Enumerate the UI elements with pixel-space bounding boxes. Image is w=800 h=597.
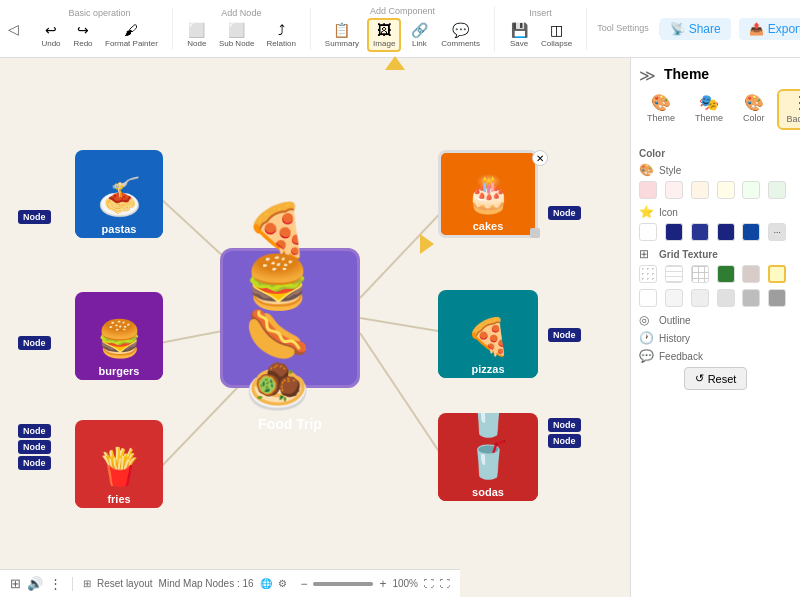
- node-pastas[interactable]: 🍝 pastas: [75, 150, 163, 238]
- save-button[interactable]: 💾Save: [505, 20, 533, 50]
- fries-emoji: 🍟: [91, 440, 148, 490]
- node-pizzas[interactable]: 🍕 pizzas: [438, 290, 538, 378]
- swatch-green-light[interactable]: [742, 181, 760, 199]
- zoom-out-button[interactable]: −: [300, 577, 307, 591]
- texture-light5[interactable]: [742, 289, 760, 307]
- sidebar-collapse: ≫ Theme: [631, 58, 800, 85]
- node-tag-burgers[interactable]: Node: [18, 336, 51, 350]
- reset-button[interactable]: ↺ Reset: [684, 367, 748, 390]
- swatch-teal-light[interactable]: [768, 181, 786, 199]
- back-button[interactable]: ◁: [8, 17, 19, 41]
- node-burgers[interactable]: 🍔 burgers: [75, 292, 163, 380]
- undo-button[interactable]: ↩Undo: [37, 20, 65, 50]
- export-button[interactable]: 📤 Export: [739, 18, 800, 40]
- texture-light6[interactable]: [768, 289, 786, 307]
- tab-color[interactable]: 🎨 Color: [735, 89, 773, 130]
- node-tag-pastas[interactable]: Node: [18, 210, 51, 224]
- node-cakes[interactable]: 🎂 cakes: [438, 150, 538, 238]
- outline-row: ◎ Outline: [639, 313, 792, 327]
- node-sodas[interactable]: 🥤🥤🥤 sodas: [438, 413, 538, 501]
- status-divider: [72, 577, 73, 591]
- texture-light4[interactable]: [717, 289, 735, 307]
- insert-buttons: 💾Save ◫Collapse: [505, 20, 576, 50]
- node-button[interactable]: ⬜Node: [183, 20, 211, 50]
- earth-icon: 🌐: [260, 578, 272, 589]
- node-tag-pizzas[interactable]: Node: [548, 328, 581, 342]
- comments-button[interactable]: 💬Comments: [437, 20, 484, 50]
- summary-button[interactable]: 📋Summary: [321, 20, 363, 50]
- texture-light2[interactable]: [665, 289, 683, 307]
- svg-line-3: [360, 203, 450, 298]
- node-tag-fries-2[interactable]: Node: [18, 440, 51, 454]
- texture-swatches-row1: [639, 265, 792, 283]
- collapse-button[interactable]: ◫Collapse: [537, 20, 576, 50]
- fullscreen-icon[interactable]: ⛶: [440, 578, 450, 589]
- swatch-yellow-light[interactable]: [717, 181, 735, 199]
- reset-layout-icon: ⊞: [83, 578, 91, 589]
- status-icons: ⊞ 🔊 ⋮: [10, 576, 62, 591]
- settings-icon[interactable]: ⚙: [278, 578, 287, 589]
- status-bar: ⊞ 🔊 ⋮ ⊞ Reset layout Mind Map Nodes : 16…: [0, 569, 460, 597]
- relation-button[interactable]: ⤴Relation: [263, 20, 300, 50]
- tab-backdrop[interactable]: 🖼 Backdrop: [777, 89, 800, 130]
- sidebar-tabs: 🎨 Theme 🎭 Theme 🎨 Color 🖼 Backdrop: [631, 85, 800, 134]
- center-node-food-trip[interactable]: 🍕🍔🌭🧆 Food Trip: [220, 248, 360, 388]
- redo-button[interactable]: ↪Redo: [69, 20, 97, 50]
- texture-dots[interactable]: [639, 265, 657, 283]
- node-tag-fries-1[interactable]: Node: [18, 424, 51, 438]
- swatch-dark-navy-2[interactable]: [691, 223, 709, 241]
- group-label-tool-settings: Tool Settings: [597, 23, 649, 33]
- swatch-dark-navy-1[interactable]: [665, 223, 683, 241]
- cakes-resize-handle[interactable]: [530, 228, 540, 238]
- icon-label: Icon: [659, 207, 678, 218]
- swatch-pink-light[interactable]: [639, 181, 657, 199]
- zoom-bar[interactable]: [313, 582, 373, 586]
- toolbar: ◁ Basic operation ↩Undo ↪Redo 🖌Format Pa…: [0, 0, 800, 58]
- sub-node-button[interactable]: ⬜Sub Node: [215, 20, 259, 50]
- sidebar-collapse-button[interactable]: ≫: [639, 66, 656, 85]
- zoom-level: 100%: [392, 578, 418, 589]
- swatch-more[interactable]: ···: [768, 223, 786, 241]
- share-button[interactable]: 📡 Share: [660, 18, 731, 40]
- style-icon: 🎨: [639, 163, 655, 177]
- texture-lines[interactable]: [665, 265, 683, 283]
- history-row: 🕐 History: [639, 331, 792, 345]
- fit-icon[interactable]: ⛶: [424, 578, 434, 589]
- sodas-emoji: 🥤🥤🥤: [438, 413, 538, 483]
- tab-theme2[interactable]: 🎭 Theme: [687, 89, 731, 130]
- status-icon-2[interactable]: 🔊: [27, 576, 43, 591]
- sidebar: ≫ Theme 🎨 Theme 🎭 Theme 🎨 Color 🖼 Backdr…: [630, 58, 800, 597]
- status-icon-3[interactable]: ⋮: [49, 576, 62, 591]
- zoom-in-button[interactable]: +: [379, 577, 386, 591]
- burgers-label: burgers: [75, 362, 163, 380]
- grid-texture-label: Grid Texture: [659, 249, 718, 260]
- fries-label: fries: [75, 490, 163, 508]
- swatch-orange-light[interactable]: [691, 181, 709, 199]
- group-label-add-component: Add Component: [370, 6, 435, 16]
- swatch-white[interactable]: [639, 223, 657, 241]
- texture-light3[interactable]: [691, 289, 709, 307]
- swatch-dark-navy-4[interactable]: [742, 223, 760, 241]
- link-button[interactable]: 🔗Link: [405, 20, 433, 50]
- tab-theme[interactable]: 🎨 Theme: [639, 89, 683, 130]
- texture-light1[interactable]: [639, 289, 657, 307]
- texture-grid[interactable]: [691, 265, 709, 283]
- status-icon-1[interactable]: ⊞: [10, 576, 21, 591]
- node-tag-sodas-1[interactable]: Node: [548, 418, 581, 432]
- format-painter-button[interactable]: 🖌Format Painter: [101, 20, 162, 50]
- texture-yellow[interactable]: [768, 265, 786, 283]
- swatch-red-light[interactable]: [665, 181, 683, 199]
- canvas[interactable]: 🍝 pastas Node 🍔 burgers Node 🍟 fries Nod…: [0, 58, 630, 597]
- texture-tan[interactable]: [742, 265, 760, 283]
- node-tag-cakes[interactable]: Node: [548, 206, 581, 220]
- export-label: Export: [768, 22, 800, 36]
- node-tag-sodas-2[interactable]: Node: [548, 434, 581, 448]
- swatch-dark-navy-3[interactable]: [717, 223, 735, 241]
- basic-buttons: ↩Undo ↪Redo 🖌Format Painter: [37, 20, 162, 50]
- cakes-close-button[interactable]: ✕: [532, 150, 548, 166]
- texture-dark-green[interactable]: [717, 265, 735, 283]
- node-tag-fries-3[interactable]: Node: [18, 456, 51, 470]
- reset-layout-label[interactable]: Reset layout: [97, 578, 153, 589]
- node-fries[interactable]: 🍟 fries: [75, 420, 163, 508]
- image-button[interactable]: 🖼Image: [367, 18, 401, 52]
